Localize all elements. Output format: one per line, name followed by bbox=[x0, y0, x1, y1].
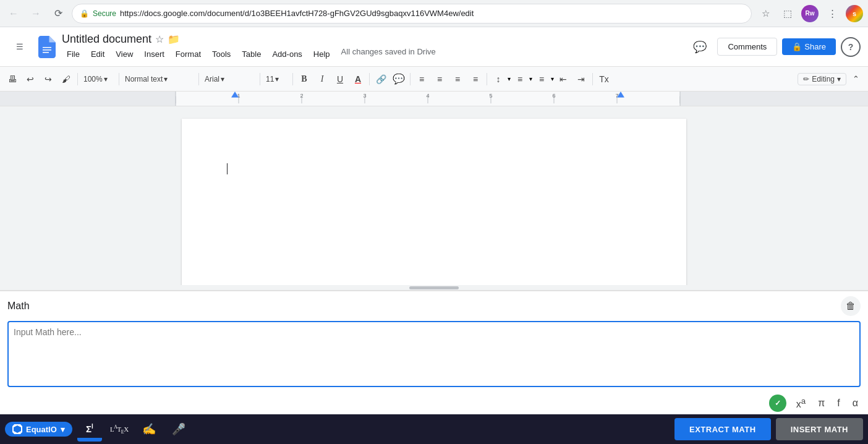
secure-label: Secure bbox=[93, 9, 116, 18]
forward-button[interactable]: → bbox=[27, 5, 45, 22]
menu-file[interactable]: File bbox=[62, 47, 85, 61]
menu-help[interactable]: Help bbox=[308, 47, 335, 61]
print-button[interactable]: 🖶 bbox=[4, 70, 21, 88]
docs-logo bbox=[37, 35, 57, 59]
align-left-button[interactable]: ≡ bbox=[413, 70, 430, 88]
style-chevron: ▾ bbox=[164, 75, 168, 83]
main-area: Math 🗑 ✓ xa π f α bbox=[0, 106, 868, 414]
size-select[interactable]: 11 ▾ bbox=[263, 71, 290, 87]
equatio-logo-caret: ▾ bbox=[61, 425, 65, 434]
speech-tool-button[interactable]: 🎤 bbox=[166, 417, 191, 442]
math-input[interactable] bbox=[9, 322, 859, 384]
size-value: 11 bbox=[266, 75, 274, 83]
style-select[interactable]: Normal text ▾ bbox=[122, 71, 196, 87]
star-icon[interactable]: ☆ bbox=[155, 33, 164, 45]
line-spacing-button[interactable]: ↕ bbox=[490, 70, 507, 88]
font-value: Arial bbox=[205, 75, 219, 83]
extract-math-button[interactable]: EXTRACT MATH bbox=[674, 418, 771, 440]
numbered-list-button[interactable]: ≡ bbox=[511, 70, 529, 88]
latex-tool-button[interactable]: LATEX bbox=[107, 417, 132, 442]
num-list-chevron: ▾ bbox=[529, 75, 532, 82]
clear-format-button[interactable]: Tx bbox=[595, 70, 613, 88]
justify-button[interactable]: ≡ bbox=[467, 70, 484, 88]
save-status: All changes saved in Drive bbox=[341, 47, 436, 61]
profile-icon[interactable]: s bbox=[846, 5, 863, 22]
editing-mode-select[interactable]: ✏ Editing ▾ bbox=[798, 73, 846, 85]
equatio-logo-text: EquatIO bbox=[26, 425, 57, 434]
font-select[interactable]: Arial ▾ bbox=[202, 71, 257, 87]
increase-indent-button[interactable]: ⇥ bbox=[572, 70, 590, 88]
menu-view[interactable]: View bbox=[111, 47, 138, 61]
doc-page[interactable] bbox=[182, 119, 686, 285]
share-button[interactable]: 🔒 Share bbox=[782, 38, 836, 55]
doc-title-area: Untitled document ☆ 📁 File Edit View Ins… bbox=[62, 33, 683, 61]
collapse-toolbar-button[interactable]: ⌃ bbox=[847, 70, 864, 88]
toolbar: 🖶 ↩ ↪ 🖌 100% ▾ Normal text ▾ Arial ▾ 11 … bbox=[0, 67, 868, 92]
refresh-button[interactable]: ⟳ bbox=[49, 5, 67, 22]
scrollbar-thumb[interactable] bbox=[409, 286, 459, 289]
decrease-indent-button[interactable]: ⇤ bbox=[555, 70, 572, 88]
align-right-button[interactable]: ≡ bbox=[449, 70, 466, 88]
divider-7 bbox=[410, 73, 411, 85]
divider-9 bbox=[592, 73, 593, 85]
text-color-button[interactable]: A bbox=[349, 70, 367, 88]
equatio-logo[interactable]: EquatIO ▾ bbox=[5, 422, 72, 437]
math-delete-button[interactable]: 🗑 bbox=[841, 296, 861, 316]
divider-6 bbox=[369, 73, 370, 85]
ruler-canvas bbox=[0, 92, 868, 106]
menu-tools[interactable]: Tools bbox=[207, 47, 236, 61]
math-green-icon[interactable]: ✓ bbox=[769, 395, 786, 412]
more-button[interactable]: ⋮ bbox=[823, 5, 841, 22]
link-button[interactable]: 🔗 bbox=[372, 70, 389, 88]
extension-icon[interactable]: Rw bbox=[801, 5, 819, 22]
help-button[interactable]: ? bbox=[841, 37, 861, 57]
underline-button[interactable]: U bbox=[331, 70, 349, 88]
bullet-list-button[interactable]: ≡ bbox=[533, 70, 550, 88]
menu-edit[interactable]: Edit bbox=[86, 47, 109, 61]
svg-rect-1 bbox=[43, 49, 51, 51]
math-title: Math bbox=[7, 301, 30, 312]
undo-button[interactable]: ↩ bbox=[22, 70, 39, 88]
back-button[interactable]: ← bbox=[5, 5, 22, 22]
align-center-button[interactable]: ≡ bbox=[431, 70, 448, 88]
divider-1 bbox=[77, 73, 78, 85]
alpha-symbol-button[interactable]: α bbox=[850, 396, 861, 410]
hamburger-button[interactable]: ☰ bbox=[7, 35, 32, 59]
bold-button[interactable]: B bbox=[296, 70, 313, 88]
font-chevron: ▾ bbox=[221, 75, 224, 83]
redo-button[interactable]: ↪ bbox=[40, 70, 57, 88]
chat-button[interactable]: 💬 bbox=[687, 35, 712, 59]
function-symbol-button[interactable]: f bbox=[835, 396, 842, 410]
paint-format-button[interactable]: 🖌 bbox=[57, 70, 75, 88]
comments-button[interactable]: Comments bbox=[717, 38, 777, 56]
comment-button[interactable]: 💬 bbox=[390, 70, 407, 88]
svg-rect-2 bbox=[43, 52, 49, 53]
doc-title[interactable]: Untitled document bbox=[62, 33, 151, 46]
italic-button[interactable]: I bbox=[313, 70, 331, 88]
pi-symbol-button[interactable]: π bbox=[815, 396, 827, 410]
size-chevron: ▾ bbox=[275, 75, 279, 83]
app-bar-right: 💬 Comments 🔒 Share ? bbox=[687, 35, 861, 59]
menu-addons[interactable]: Add-ons bbox=[267, 47, 307, 61]
menu-table[interactable]: Table bbox=[237, 47, 266, 61]
sigma-tool-button[interactable]: ΣI bbox=[77, 417, 102, 442]
insert-math-button[interactable]: INSERT MATH bbox=[776, 418, 863, 440]
app-bar: ☰ Untitled document ☆ 📁 File Edit View I… bbox=[0, 27, 868, 67]
math-input-area[interactable] bbox=[7, 321, 861, 387]
divider-8 bbox=[487, 73, 487, 85]
bookmark-button[interactable]: ☆ bbox=[757, 5, 774, 22]
divider-2 bbox=[119, 73, 119, 85]
superscript-symbol-button[interactable]: xa bbox=[794, 395, 808, 411]
folder-icon[interactable]: 📁 bbox=[168, 33, 180, 45]
handwrite-tool-button[interactable]: ✍ bbox=[137, 417, 161, 442]
menu-format[interactable]: Format bbox=[171, 47, 206, 61]
address-bar[interactable]: 🔒 Secure https://docs.google.com/documen… bbox=[72, 4, 752, 23]
doc-scrollbar[interactable] bbox=[0, 285, 868, 290]
cast-button[interactable]: ⬚ bbox=[779, 5, 796, 22]
equatio-logo-icon bbox=[12, 424, 22, 434]
active-tab-indicator bbox=[77, 438, 102, 440]
zoom-select[interactable]: 100% ▾ bbox=[80, 71, 116, 87]
menu-insert[interactable]: Insert bbox=[139, 47, 169, 61]
lock-icon: 🔒 bbox=[792, 42, 802, 51]
doc-area[interactable] bbox=[0, 106, 868, 285]
